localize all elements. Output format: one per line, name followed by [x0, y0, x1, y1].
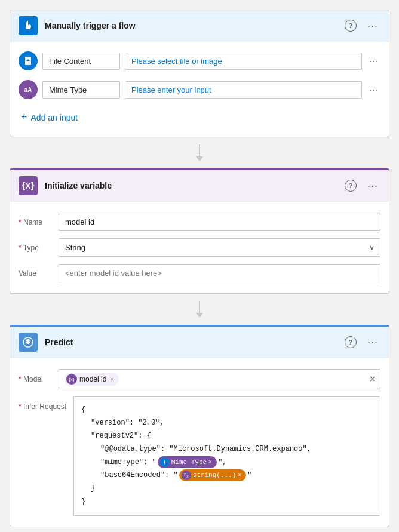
mime-type-value[interactable]: Please enter your input [125, 81, 362, 99]
model-field-clear[interactable]: × [370, 374, 375, 385]
predict-header: Predict ? ··· [10, 327, 389, 358]
model-chip-close[interactable]: × [110, 376, 113, 383]
connector-2 [10, 294, 389, 325]
connector-line-1 [199, 144, 200, 156]
name-label: Name [19, 218, 51, 226]
infer-label: Infer Request [19, 402, 66, 411]
mime-type-type-icon: aA [19, 80, 38, 99]
mime-type-chip[interactable]: Mime Type × [158, 456, 217, 469]
name-input[interactable] [59, 213, 380, 231]
mime-type-more-button[interactable]: ··· [367, 84, 380, 96]
connector-arrowhead-1 [196, 156, 203, 161]
trigger-icon [23, 20, 33, 31]
text-aa-icon: aA [24, 87, 32, 93]
help-icon: ? [345, 20, 357, 32]
string-chip-label: string(...) [193, 470, 237, 481]
name-row: Name [19, 209, 380, 235]
value-input[interactable] [59, 264, 380, 282]
init-help-icon: ? [345, 180, 357, 192]
model-id-chip: {x} model id × [64, 373, 119, 386]
mime-type-chip-close[interactable]: × [208, 457, 212, 468]
connector-line-2 [199, 301, 200, 313]
infer-request-field[interactable]: { "version": "2.0", "requestv2": { "@@od… [73, 396, 380, 516]
mime-type-chip-icon [160, 457, 170, 467]
code-line-odata: "@@odata.type": "Microsoft.Dynamics.CRM.… [81, 442, 373, 456]
plus-icon: + [21, 111, 27, 124]
model-chip-label: model id [79, 375, 106, 383]
string-chip[interactable]: fx string(...) × [179, 469, 247, 482]
predict-more-button[interactable]: ··· [365, 335, 380, 350]
predict-icon-bg [19, 333, 38, 352]
add-input-button[interactable]: + Add an input [19, 106, 80, 128]
variable-icon: {x} [22, 180, 34, 191]
code-line-close-brace: } [81, 495, 373, 508]
predict-actions: ? ··· [341, 334, 380, 350]
trigger-header: Manually trigger a flow ? ··· [10, 10, 389, 42]
mime-type-row: aA Mime Type Please enter your input ··· [19, 75, 380, 104]
trigger-body: File Content Please select file or image… [10, 42, 389, 137]
init-variable-card: {x} Initialize variable ? ··· Name Type … [10, 168, 389, 294]
file-content-label: File Content [42, 53, 120, 70]
arrow-down-1 [196, 144, 203, 161]
string-chip-close[interactable]: × [238, 471, 241, 481]
init-icon-bg: {x} [19, 176, 38, 195]
string-chip-icon: fx [182, 471, 191, 480]
predict-title: Predict [45, 337, 341, 347]
mime-type-label: Mime Type [42, 81, 120, 99]
trigger-title: Manually trigger a flow [45, 21, 341, 30]
init-help-button[interactable]: ? [341, 177, 360, 194]
connector-arrowhead-2 [196, 313, 203, 318]
type-select[interactable]: String Integer Float Boolean Array Objec… [59, 238, 380, 257]
file-content-type-icon [19, 51, 38, 70]
code-line-close-req: } [81, 482, 373, 495]
init-actions: ? ··· [341, 177, 380, 194]
type-row: Type String Integer Float Boolean Array … [19, 235, 380, 260]
value-label: Value [19, 269, 51, 278]
arrow-down-2 [196, 301, 203, 318]
add-input-label: Add an input [31, 113, 78, 122]
type-select-wrapper: String Integer Float Boolean Array Objec… [59, 238, 380, 257]
code-line-base64: "base64Encoded": " fx string(...) × " [81, 469, 373, 482]
trigger-actions: ? ··· [341, 17, 380, 34]
predict-help-button[interactable]: ? [341, 334, 360, 350]
trigger-help-button[interactable]: ? [341, 17, 360, 34]
init-more-button[interactable]: ··· [365, 179, 380, 193]
infer-request-row: Infer Request { "version": "2.0", "reque… [19, 393, 380, 519]
init-title: Initialize variable [45, 181, 341, 190]
mime-type-chip-label: Mime Type [171, 457, 207, 468]
init-form-body: Name Type String Integer Float Boolean A… [10, 202, 389, 293]
code-line-mimetype: "mimeType": " Mime Type × ", [81, 456, 373, 469]
code-line-version: "version": "2.0", [81, 416, 373, 429]
model-row: Model {x} model id × × [19, 365, 380, 393]
trigger-more-button[interactable]: ··· [365, 19, 380, 33]
predict-help-icon: ? [345, 336, 357, 348]
value-row: Value [19, 260, 380, 286]
model-chip-icon: {x} [66, 374, 77, 385]
code-line-open-brace: { [81, 403, 373, 416]
trigger-card: Manually trigger a flow ? ··· File Conte… [10, 10, 389, 137]
type-label: Type [19, 244, 51, 252]
predict-body: Model {x} model id × × Infer Request { [10, 358, 389, 527]
predict-icon [22, 336, 34, 348]
file-content-row: File Content Please select file or image… [19, 47, 380, 75]
code-line-requestv2: "requestv2": { [81, 429, 373, 442]
model-field[interactable]: {x} model id × × [59, 369, 380, 389]
model-label: Model [19, 375, 51, 383]
init-header: {x} Initialize variable ? ··· [10, 170, 389, 202]
file-content-more-button[interactable]: ··· [367, 55, 380, 67]
file-icon [23, 56, 33, 66]
connector-1 [10, 137, 389, 168]
trigger-icon-bg [19, 16, 38, 35]
predict-card: Predict ? ··· Model {x} model id × × [10, 325, 389, 527]
file-content-value[interactable]: Please select file or image [125, 53, 362, 70]
